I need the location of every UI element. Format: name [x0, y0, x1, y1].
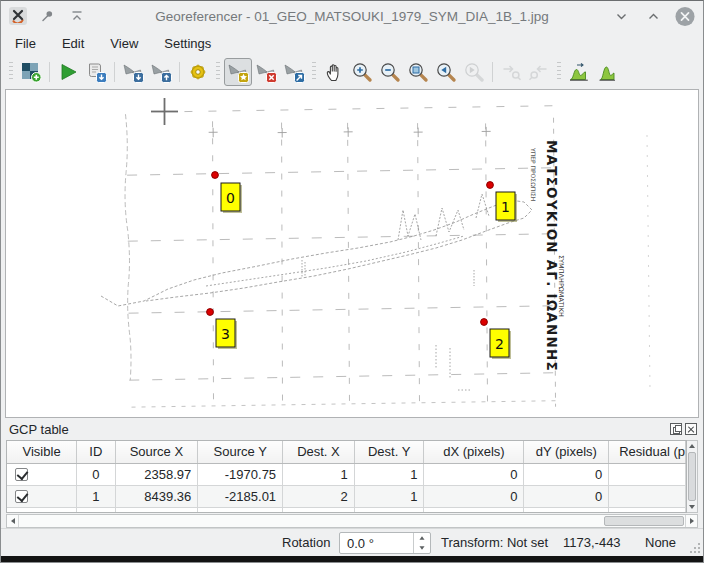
zoom-in-button[interactable] [348, 58, 376, 86]
link-georeferencer-to-qgis-icon [500, 61, 522, 83]
cell-source-x[interactable]: 8439.36 [115, 485, 198, 507]
cell-source-x[interactable]: 2358.97 [115, 463, 198, 485]
col-source-y[interactable]: Source Y [198, 441, 283, 463]
delete-point-icon [255, 61, 277, 83]
cell-dy[interactable]: 0 [524, 463, 609, 485]
col-id[interactable]: ID [77, 441, 115, 463]
rotation-spinbox[interactable]: 0.0 ° [339, 532, 431, 554]
menu-file[interactable]: File [13, 34, 38, 53]
col-source-x[interactable]: Source X [115, 441, 198, 463]
crs-status: None [645, 535, 676, 550]
dock-close-icon[interactable] [685, 423, 697, 435]
cell-source-y[interactable]: -2185.01 [198, 485, 283, 507]
delete-point-button[interactable] [252, 58, 280, 86]
toolbar-drag-handle[interactable] [9, 62, 13, 82]
start-georeferencing-button[interactable] [54, 58, 82, 86]
col-dy[interactable]: dY (pixels) [524, 441, 609, 463]
window-bottom-edge [1, 556, 703, 562]
gcp-marker-1[interactable]: 1 [487, 182, 517, 222]
scroll-right-icon[interactable] [685, 515, 697, 527]
col-dest-x[interactable]: Dest. X [283, 441, 355, 463]
visible-checkbox[interactable] [15, 512, 28, 514]
svg-text:1: 1 [501, 199, 510, 215]
cell-dx[interactable]: 0 [424, 485, 524, 507]
open-raster-button[interactable] [17, 58, 45, 86]
toolbar-drag-handle[interactable] [312, 62, 316, 82]
rotation-value[interactable]: 0.0 ° [340, 536, 413, 551]
cell-dest-x[interactable]: 1 [283, 463, 355, 485]
visible-checkbox[interactable] [15, 490, 28, 503]
cell-residual[interactable] [609, 463, 686, 485]
scroll-left-icon[interactable] [7, 515, 19, 527]
pan-button[interactable] [320, 58, 348, 86]
full-histogram-stretch-button[interactable] [593, 58, 621, 86]
cell-dest-y[interactable]: 1 [354, 463, 424, 485]
col-dx[interactable]: dX (pixels) [424, 441, 524, 463]
toolbar-drag-handle[interactable] [216, 62, 220, 82]
zoom-last-button[interactable] [432, 58, 460, 86]
link-georeferencer-to-qgis-button[interactable] [497, 58, 525, 86]
dock-float-icon[interactable] [670, 423, 682, 435]
start-georeferencing-icon [57, 61, 79, 83]
cell-id[interactable]: 1 [77, 485, 115, 507]
table-row[interactable] [7, 507, 686, 513]
table-horizontal-scrollbar[interactable] [6, 514, 698, 528]
zoom-next-button[interactable] [460, 58, 488, 86]
load-gcp-points-button[interactable] [119, 58, 147, 86]
table-vertical-scrollbar[interactable] [687, 440, 698, 513]
cell-dx[interactable]: 0 [424, 463, 524, 485]
pin-icon[interactable] [37, 6, 57, 26]
crosshair-cursor [151, 98, 178, 125]
col-residual[interactable]: Residual (pi [609, 441, 686, 463]
cursor-coordinates: 1173,-443 [563, 535, 621, 550]
toolbar-drag-handle[interactable] [557, 62, 561, 82]
keep-above-icon[interactable] [67, 6, 87, 26]
spin-down-icon[interactable] [414, 543, 430, 553]
zoom-last-icon [435, 61, 457, 83]
cell-dest-y[interactable]: 1 [354, 485, 424, 507]
gdal-script-button[interactable] [82, 58, 110, 86]
gcp-point-0 [212, 172, 219, 179]
zoom-in-icon [351, 61, 373, 83]
titlebar[interactable]: Georeferencer - 01_GEO_MATSOUKI_1979_SYM… [1, 1, 703, 31]
georeferencer-window: Georeferencer - 01_GEO_MATSOUKI_1979_SYM… [0, 0, 704, 563]
cell-id[interactable]: 0 [77, 463, 115, 485]
spin-up-icon[interactable] [414, 533, 430, 543]
table-row[interactable]: 1 8439.36 -2185.01 2 1 0 0 [7, 485, 686, 507]
gcp-marker-3[interactable]: 3 [207, 309, 237, 349]
save-gcp-points-icon [150, 61, 172, 83]
menu-view[interactable]: View [108, 34, 140, 53]
resize-grip[interactable] [690, 543, 700, 553]
vertical-scrollbar-thumb[interactable] [688, 452, 696, 501]
menu-edit[interactable]: Edit [60, 34, 86, 53]
close-icon[interactable] [675, 6, 695, 26]
col-dest-y[interactable]: Dest. Y [354, 441, 424, 463]
local-histogram-stretch-icon [568, 61, 590, 83]
cell-source-y[interactable]: -1970.75 [198, 463, 283, 485]
cell-dest-x[interactable]: 2 [283, 485, 355, 507]
col-visible[interactable]: Visible [7, 441, 77, 463]
horizontal-scrollbar-thumb[interactable] [604, 516, 684, 526]
map-canvas[interactable]: ΜΑΤΣΟΥΚΙΟΝ ΑΓ. ΙΩΑΝΝΗΣ ΥΠΕΡ ΠΡΟΣΩΠΙΣΗ ΣΥ… [5, 89, 699, 418]
maximize-icon[interactable] [643, 6, 663, 26]
zoom-next-icon [463, 61, 485, 83]
local-histogram-stretch-button[interactable] [565, 58, 593, 86]
table-row[interactable]: 0 2358.97 -1970.75 1 1 0 0 [7, 463, 686, 485]
scroll-down-icon[interactable] [687, 502, 697, 512]
transformation-settings-button[interactable] [184, 58, 212, 86]
cell-residual[interactable] [609, 485, 686, 507]
add-point-button[interactable] [224, 58, 252, 86]
gcp-marker-2[interactable]: 2 [481, 319, 511, 359]
save-gcp-points-button[interactable] [147, 58, 175, 86]
gcp-markers: 0 1 2 3 [207, 172, 517, 359]
menu-settings[interactable]: Settings [162, 34, 213, 53]
visible-checkbox[interactable] [15, 468, 28, 481]
minimize-icon[interactable] [611, 6, 631, 26]
cell-dy[interactable]: 0 [524, 485, 609, 507]
scroll-up-icon[interactable] [687, 441, 697, 451]
move-point-button[interactable] [280, 58, 308, 86]
link-qgis-to-georeferencer-button[interactable] [525, 58, 553, 86]
zoom-to-layer-button[interactable] [404, 58, 432, 86]
gcp-marker-0[interactable]: 0 [212, 172, 242, 213]
zoom-out-button[interactable] [376, 58, 404, 86]
